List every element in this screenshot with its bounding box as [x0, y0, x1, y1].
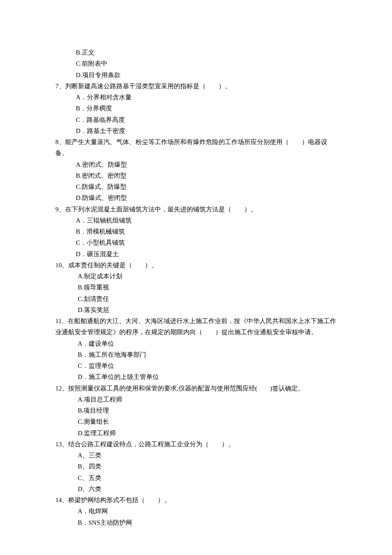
- option-line: C.防爆式、防爆型: [55, 181, 337, 192]
- option-line: B．SNS主动防护网: [55, 517, 337, 528]
- option-line: A.项目总工程师: [55, 394, 337, 405]
- option-line: B．滑模机械铺筑: [55, 226, 337, 237]
- option-line: B.项目经理: [55, 405, 337, 416]
- option-line: C．小型机具铺筑: [55, 237, 337, 248]
- option-line: A．分界相对含水量: [55, 92, 337, 103]
- option-line: A.密闭式、防爆型: [55, 159, 337, 170]
- option-line: C.前附表中: [55, 58, 337, 69]
- option-line: A、三类: [55, 450, 337, 461]
- option-line: D、六类: [55, 483, 337, 494]
- question-line: 14、桥梁护网结构形式不包括（ ）。: [55, 494, 337, 506]
- option-line: B.密闭式、密闭型: [55, 170, 337, 181]
- option-line: D．施工单位的上级主管单位: [55, 371, 337, 382]
- question-line: 9、在下列水泥混凝土面层铺筑方法中，最先进的铺筑方法是（ ）。: [55, 204, 337, 215]
- option-line: A．电焊网: [55, 506, 337, 517]
- document-body: B.正文C.前附表中D.项目专用条款7、判断新建高速公路路基干湿类型宜采用的指标…: [55, 47, 337, 528]
- option-line: D．碾压混凝土: [55, 249, 337, 260]
- option-line: A.制定成本计划: [55, 271, 337, 282]
- option-line: B．分界稠度: [55, 103, 337, 114]
- option-line: C.划清责任: [55, 293, 337, 304]
- option-line: D.防爆式、密闭型: [55, 192, 337, 203]
- question-line: 11、在船舶通航的大江、大河、大海区域进行水上施工作业前，按《中华人民共和国水上…: [55, 315, 337, 338]
- option-line: B．施工所在地海事部门: [55, 349, 337, 360]
- option-line: D.落实奖惩: [55, 304, 337, 315]
- option-line: C.测量组长: [55, 416, 337, 427]
- question-line: 10、成本责任制的关键是（ ）。: [55, 260, 337, 271]
- option-line: C．监理单位: [55, 360, 337, 371]
- option-line: D．路基土干密度: [55, 125, 337, 136]
- option-line: B、四类: [55, 461, 337, 472]
- option-line: B.正文: [55, 47, 337, 58]
- option-line: A．三辊轴机组铺筑: [55, 215, 337, 226]
- option-line: D.项目专用条款: [55, 69, 337, 81]
- option-line: C．路基临界高度: [55, 114, 337, 125]
- option-line: A．建设单位: [55, 338, 337, 349]
- option-line: B.领导重视: [55, 282, 337, 293]
- question-line: 8、能产生大量蒸汽、气体、粉尘等工作场所和有爆炸危险的工作场所应分别使用（ ）电…: [55, 136, 337, 159]
- question-line: 13、结合公路工程建设特点，公路工程施工企业分为（ ）。: [55, 439, 337, 450]
- option-line: C、五类: [55, 472, 337, 483]
- question-line: 7、判断新建高速公路路基干湿类型宜采用的指标是（ ）。: [55, 81, 337, 92]
- option-line: D.监理工程师: [55, 428, 337, 439]
- question-line: 12、按照测量仪器工具的使用和保管的要求,仪器的配置与使用范围应经( )签认确定…: [55, 383, 337, 394]
